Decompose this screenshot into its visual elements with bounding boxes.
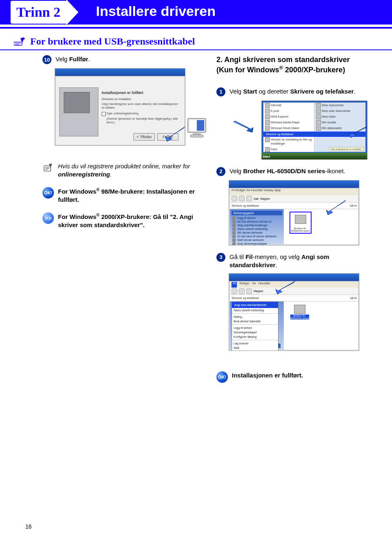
step-label: Trinn 2	[16, 4, 60, 20]
note-block: Hvis du vil registrere produktet online,…	[42, 162, 204, 178]
step-3-text: Gå til Fil-menyen, og velg Angi som stan…	[229, 253, 378, 270]
svg-rect-0	[14, 42, 22, 45]
step-number-10-icon: 10	[42, 55, 51, 64]
pointer-arrow-icon	[233, 120, 256, 134]
ok-text-98me: For Windows® 98/Me-brukere: Installasjon…	[58, 187, 204, 203]
ok-block-98me: OK! For Windows® 98/Me-brukere: Installa…	[42, 187, 204, 203]
banner-title: Installere driveren	[96, 3, 216, 19]
section-rule	[0, 49, 392, 50]
back-button[interactable]: < Tilbake	[134, 133, 155, 141]
start-menu-screenshot: Internett E-post MSN Explorer Windows Me…	[261, 100, 368, 160]
page-number: 16	[25, 523, 32, 530]
start-menu-left: Internett E-post MSN Explorer Windows Me…	[263, 103, 314, 152]
next-block-2000xp: >> For Windows® 2000/XP-brukere: Gå til …	[42, 212, 204, 229]
step-number-1-icon: 1	[216, 87, 225, 96]
printers-faxes-item[interactable]: Skrivere og telefakser	[263, 132, 365, 137]
menu-bar[interactable]: Fil Rediger Vis Favoritter	[230, 282, 358, 288]
finish-button[interactable]: Fullfør	[157, 133, 178, 141]
section-title: For brukere med USB-grensesnittkabel	[30, 36, 195, 47]
svg-rect-11	[189, 120, 197, 131]
note-icon	[42, 162, 54, 174]
svg-marker-14	[234, 121, 253, 132]
ok-text-final: Installasjonen er fullført.	[232, 371, 378, 380]
banner: Trinn 2 Installere driveren	[0, 0, 392, 25]
next-icon: >>	[42, 212, 54, 224]
step-1-row: 1 Velg Start og deretter Skrivere og tel…	[216, 87, 378, 96]
step-1-text: Velg Start og deretter Skrivere og telef…	[229, 87, 378, 96]
file-menu-screenshot: Fil Rediger Vis Favoritter Mapper Skrive…	[229, 273, 359, 351]
step-number-3-icon: 3	[216, 253, 225, 262]
note-text: Hvis du vil registrere produktet online,…	[58, 162, 204, 178]
content: For brukere med USB-grensesnittkabel 10 …	[0, 29, 392, 388]
menu-bar: Fil Rediger Vis Favoritter Verktøy Hjelp	[230, 189, 358, 195]
ok-icon: OK!	[216, 371, 228, 383]
start-menu-right: Mine dokumenter Mine siste dokumenter Mi…	[314, 103, 365, 152]
new-programs-balloon: Nye programmer er installert.	[329, 147, 364, 151]
right-column: 2. Angi skriveren som standardskriver (K…	[212, 55, 378, 388]
step-2-row: 2 Velg Brother HL-6050D/DN series-ikonet…	[216, 167, 378, 176]
step-number-2-icon: 2	[216, 167, 225, 176]
printers-folder-screenshot: Fil Rediger Vis Favoritter Verktøy Hjelp…	[229, 180, 359, 246]
printer-icon[interactable]: Brother HL-6050D/DN series	[290, 305, 309, 319]
step-10-text: Velg Fullfør.	[56, 55, 204, 63]
step-2-text: Velg Brother HL-6050D/DN series-ikonet.	[229, 167, 378, 175]
left-column: 10 Velg Fullfør. Installasjonen er fullf…	[14, 55, 204, 388]
monitor-icon	[186, 117, 211, 143]
heading-2: 2. Angi skriveren som standardskriver (K…	[216, 55, 378, 75]
file-dropdown[interactable]: Angi som standardskriver Stans utskrift …	[232, 301, 278, 351]
printer-icon[interactable]: Brother HL-6050D/DN series	[290, 212, 312, 234]
step-chevron: Trinn 2	[10, 0, 78, 27]
next-text-2000xp: For Windows® 2000/XP-brukere: Gå til "2.…	[58, 212, 204, 229]
ok-block-final: OK! Installasjonen er fullført.	[216, 371, 378, 383]
step-10-row: 10 Velg Fullfør.	[42, 55, 204, 64]
task-pane: Skriveroppgaver Legg til skriver Se hva …	[230, 209, 284, 244]
svg-rect-12	[193, 133, 201, 135]
ok-icon: OK!	[42, 187, 54, 199]
installer-finish-screenshot: Installasjonen er fullført Driveren er i…	[55, 68, 185, 146]
step-3-row: 3 Gå til Fil-menyen, og velg Angi som st…	[216, 253, 378, 270]
start-button[interactable]: Start	[263, 155, 270, 158]
write-icon	[14, 37, 25, 46]
set-default-item[interactable]: Angi som standardskriver	[232, 302, 278, 308]
svg-rect-13	[190, 135, 203, 137]
